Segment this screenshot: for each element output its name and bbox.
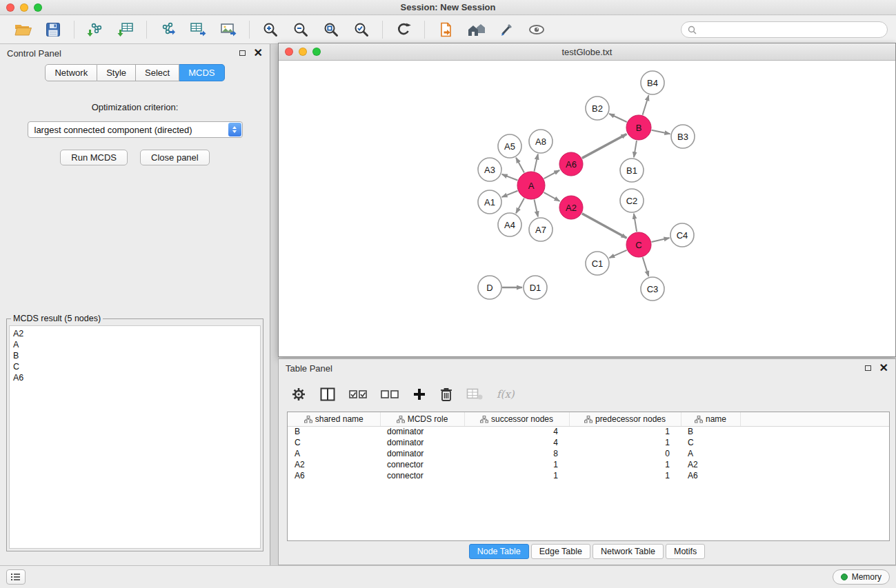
network-window-titlebar[interactable]: testGlobe.txt bbox=[279, 43, 895, 61]
optimization-criterion-dropdown[interactable]: largest connected component (directed) bbox=[28, 121, 243, 138]
tab-style[interactable]: Style bbox=[97, 64, 136, 81]
column-header-MCDS-role[interactable]: MCDS role bbox=[380, 412, 464, 426]
node-A6[interactable]: A6 bbox=[559, 152, 583, 176]
tab-network[interactable]: Network bbox=[45, 64, 97, 81]
export-network-button[interactable] bbox=[153, 18, 182, 41]
table-row[interactable]: Adominator80A bbox=[288, 448, 889, 459]
export-image-button[interactable] bbox=[214, 18, 243, 41]
export-table-button[interactable] bbox=[183, 18, 212, 41]
edge-B-B4[interactable] bbox=[643, 95, 649, 115]
close-panel-button[interactable]: Close panel bbox=[140, 150, 210, 165]
edge-A6-B[interactable] bbox=[582, 134, 627, 159]
node-A3[interactable]: A3 bbox=[478, 158, 501, 181]
node-A1[interactable]: A1 bbox=[478, 190, 501, 214]
node-D1[interactable]: D1 bbox=[524, 276, 547, 299]
select-all-columns-button[interactable] bbox=[349, 389, 367, 400]
delete-column-button[interactable] bbox=[440, 387, 452, 402]
table-row[interactable]: Cdominator41C bbox=[288, 437, 889, 448]
edge-A-A6[interactable] bbox=[544, 170, 560, 179]
edge-B-B2[interactable] bbox=[609, 114, 627, 122]
table-settings-button[interactable] bbox=[291, 387, 306, 402]
memory-button[interactable]: Memory bbox=[833, 569, 890, 585]
import-table-button[interactable] bbox=[111, 18, 140, 41]
node-C2[interactable]: C2 bbox=[620, 189, 644, 212]
zoom-window-button[interactable] bbox=[34, 3, 42, 12]
unselect-all-columns-button[interactable] bbox=[381, 389, 399, 400]
show-details-button[interactable] bbox=[522, 18, 551, 41]
table-row[interactable]: Bdominator41B bbox=[288, 426, 889, 437]
edge-B-B1[interactable] bbox=[634, 141, 637, 157]
node-D[interactable]: D bbox=[478, 276, 501, 299]
edge-B-B3[interactable] bbox=[652, 130, 670, 134]
zoom-out-button[interactable] bbox=[286, 18, 315, 41]
edge-A-A3[interactable] bbox=[502, 174, 518, 181]
home-button[interactable] bbox=[461, 18, 490, 41]
node-C[interactable]: C bbox=[626, 232, 651, 257]
minimize-window-button[interactable] bbox=[20, 3, 28, 12]
tab-node-table[interactable]: Node Table bbox=[469, 544, 529, 559]
run-mcds-button[interactable]: Run MCDS bbox=[60, 150, 128, 165]
node-A2[interactable]: A2 bbox=[559, 196, 583, 219]
import-network-button[interactable] bbox=[81, 18, 110, 41]
apply-layout-button[interactable] bbox=[389, 18, 418, 41]
show-columns-button[interactable] bbox=[320, 387, 335, 401]
list-item[interactable]: C bbox=[13, 361, 257, 372]
minimize-network-button[interactable] bbox=[299, 48, 307, 56]
node-B1[interactable]: B1 bbox=[620, 159, 644, 182]
network-document-button[interactable] bbox=[431, 18, 460, 41]
list-item[interactable]: B bbox=[13, 350, 257, 361]
float-panel-icon[interactable] bbox=[239, 50, 246, 56]
node-C3[interactable]: C3 bbox=[641, 277, 664, 301]
create-column-button[interactable] bbox=[412, 387, 426, 401]
list-item[interactable]: A2 bbox=[13, 328, 257, 339]
edge-A-A2[interactable] bbox=[544, 192, 559, 201]
node-C1[interactable]: C1 bbox=[586, 252, 609, 275]
edge-C-C4[interactable] bbox=[652, 238, 670, 242]
node-A4[interactable]: A4 bbox=[498, 213, 521, 236]
edge-C-C2[interactable] bbox=[634, 214, 637, 232]
edge-A-A8[interactable] bbox=[535, 154, 538, 172]
node-B4[interactable]: B4 bbox=[641, 71, 664, 94]
column-header-predecessor-nodes[interactable]: predecessor nodes bbox=[569, 412, 681, 426]
column-header-shared-name[interactable]: shared name bbox=[288, 412, 380, 426]
table-row[interactable]: A2connector11A2 bbox=[288, 459, 889, 470]
node-A8[interactable]: A8 bbox=[529, 130, 552, 153]
close-window-button[interactable] bbox=[6, 3, 14, 12]
edge-A-A4[interactable] bbox=[516, 198, 524, 213]
edge-A2-C[interactable] bbox=[582, 214, 627, 239]
node-A7[interactable]: A7 bbox=[529, 218, 552, 241]
node-B2[interactable]: B2 bbox=[586, 97, 609, 120]
node-B[interactable]: B bbox=[626, 115, 651, 140]
column-header-name[interactable]: name bbox=[681, 412, 740, 426]
zoom-selected-button[interactable] bbox=[347, 18, 376, 41]
node-A[interactable]: A bbox=[517, 172, 545, 199]
edge-A-A5[interactable] bbox=[516, 158, 524, 173]
edge-A-A7[interactable] bbox=[535, 200, 538, 217]
tab-motifs[interactable]: Motifs bbox=[666, 544, 705, 559]
list-item[interactable]: A6 bbox=[13, 372, 257, 383]
close-network-button[interactable] bbox=[285, 48, 293, 56]
node-B3[interactable]: B3 bbox=[671, 125, 695, 148]
float-table-panel-icon[interactable] bbox=[865, 365, 871, 371]
close-table-panel-icon[interactable]: ✕ bbox=[879, 364, 888, 372]
network-canvas[interactable]: B4B2BB3A5A8A6B1A3AC2A1A2A4A7C4CC1C3DD1 bbox=[279, 61, 895, 356]
tab-edge-table[interactable]: Edge Table bbox=[531, 544, 590, 559]
open-session-button[interactable] bbox=[8, 18, 37, 41]
save-session-button[interactable] bbox=[39, 18, 68, 41]
edge-A-A1[interactable] bbox=[502, 191, 518, 197]
edge-C-C3[interactable] bbox=[643, 257, 649, 276]
table-row[interactable]: A6connector11A6 bbox=[288, 470, 889, 481]
column-header-successor-nodes[interactable]: successor nodes bbox=[464, 412, 569, 426]
mcds-result-list[interactable]: A2ABCA6 bbox=[9, 325, 261, 549]
show-panels-button[interactable] bbox=[6, 569, 26, 585]
close-panel-icon[interactable]: ✕ bbox=[254, 49, 263, 57]
list-item[interactable]: A bbox=[13, 339, 257, 350]
zoom-fit-button[interactable] bbox=[317, 18, 346, 41]
tab-network-table[interactable]: Network Table bbox=[593, 544, 664, 559]
tab-select[interactable]: Select bbox=[136, 64, 179, 81]
node-C4[interactable]: C4 bbox=[670, 223, 694, 247]
zoom-in-button[interactable] bbox=[256, 18, 285, 41]
node-A5[interactable]: A5 bbox=[498, 134, 521, 158]
tab-mcds[interactable]: MCDS bbox=[179, 64, 224, 81]
search-input[interactable] bbox=[701, 25, 881, 34]
